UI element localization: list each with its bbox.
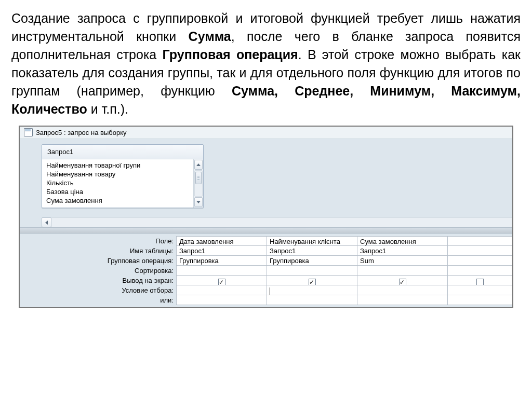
show-checkbox[interactable] [218, 279, 225, 285]
chevron-left-icon [45, 221, 48, 225]
row-or: или: [20, 295, 512, 305]
grid-cell[interactable] [447, 275, 512, 285]
text-run: и т.п.). [87, 102, 128, 116]
window-titlebar: Запрос5 : запрос на выборку [20, 127, 512, 139]
row-label-field: Поле: [20, 236, 177, 246]
bold-group-operation: Групповая операция [163, 47, 298, 62]
grid-cell[interactable] [267, 275, 357, 285]
grid-cell[interactable] [447, 255, 512, 266]
grid-cell[interactable] [447, 295, 512, 305]
grid-cell[interactable]: Найменування клієнта [267, 236, 357, 246]
grid-cell[interactable] [267, 285, 357, 295]
grid-cell[interactable]: Запрос1 [357, 245, 448, 256]
text-caret [270, 287, 270, 295]
row-label-show: Вывод на экран: [20, 276, 177, 285]
pane-splitter[interactable] [20, 227, 512, 234]
description-paragraph: Создание запроса с группировкой и итогов… [11, 9, 521, 118]
scroll-left-button[interactable] [42, 217, 51, 227]
grid-cell[interactable] [447, 236, 512, 246]
row-label-sort: Сортировка: [20, 266, 177, 276]
list-item[interactable]: Сума замовлення [45, 196, 190, 205]
grid-cell[interactable] [267, 295, 357, 305]
grid-cell[interactable]: Группировка [267, 255, 357, 266]
grid-cell[interactable] [357, 275, 448, 285]
scroll-down-button[interactable] [194, 197, 203, 207]
source-table-panel[interactable]: Запрос1 Найменування товарної групи Найм… [42, 144, 204, 208]
grid-cell[interactable] [176, 285, 267, 295]
show-checkbox[interactable] [399, 279, 406, 285]
scroll-track[interactable] [194, 170, 203, 197]
query-designer-window: Запрос5 : запрос на выборку Запрос1 Найм… [19, 126, 513, 308]
bold-summa: Сумма [189, 29, 231, 44]
grid-cell[interactable] [447, 245, 512, 256]
list-item[interactable]: Найменування товару [45, 170, 190, 179]
scroll-track[interactable] [51, 217, 512, 227]
grid-cell[interactable] [357, 295, 448, 305]
grid-cell[interactable] [357, 265, 448, 276]
grid-cell[interactable] [357, 285, 448, 295]
grid-cell[interactable] [176, 265, 267, 276]
list-item[interactable]: Базова ціна [45, 187, 190, 196]
chevron-up-icon [196, 163, 201, 166]
grid-cell[interactable]: Sum [357, 255, 448, 266]
grid-cell[interactable] [267, 265, 357, 276]
tables-pane: Запрос1 Найменування товарної групи Найм… [20, 139, 512, 227]
grid-cell[interactable] [447, 285, 512, 295]
row-group-operation: Групповая операция: Группировка Группиро… [20, 256, 512, 266]
grid-cell[interactable]: Запрос1 [267, 245, 357, 256]
vertical-scrollbar[interactable] [193, 159, 203, 208]
row-show: Вывод на экран: [20, 276, 512, 285]
chevron-down-icon [196, 201, 201, 203]
row-label-group-operation: Групповая операция: [20, 256, 177, 266]
scroll-up-button[interactable] [194, 160, 203, 170]
grid-cell[interactable] [447, 265, 512, 276]
grid-cell[interactable] [176, 295, 267, 305]
show-checkbox[interactable] [476, 279, 484, 285]
grid-cell[interactable]: Группировка [176, 255, 267, 266]
show-checkbox[interactable] [309, 279, 316, 285]
window-title: Запрос5 : запрос на выборку [36, 129, 126, 136]
window-icon [24, 128, 33, 136]
qbe-grid: Поле: Дата замовлення Найменування клієн… [20, 234, 512, 307]
source-table-header: Запрос1 [42, 145, 203, 159]
row-table: Имя таблицы: Запрос1 Запрос1 Запрос1 [20, 246, 512, 256]
row-sort: Сортировка: [20, 266, 512, 276]
grid-cell[interactable] [176, 275, 267, 285]
grid-cell[interactable]: Дата замовлення [176, 236, 267, 246]
row-field: Поле: Дата замовлення Найменування клієн… [20, 236, 512, 246]
list-item[interactable]: Найменування товарної групи [45, 161, 190, 170]
source-field-list[interactable]: Найменування товарної групи Найменування… [42, 159, 193, 208]
row-criteria: Условие отбора: [20, 285, 512, 295]
tables-pane-hscroll[interactable] [42, 217, 512, 227]
grid-cell[interactable]: Сума замовлення [357, 236, 448, 246]
row-label-or: или: [20, 295, 177, 305]
scroll-thumb[interactable] [195, 172, 202, 184]
grid-cell[interactable]: Запрос1 [176, 245, 267, 256]
list-item[interactable]: Кількість [45, 179, 190, 187]
row-label-table: Имя таблицы: [20, 246, 177, 256]
row-label-criteria: Условие отбора: [20, 285, 177, 295]
